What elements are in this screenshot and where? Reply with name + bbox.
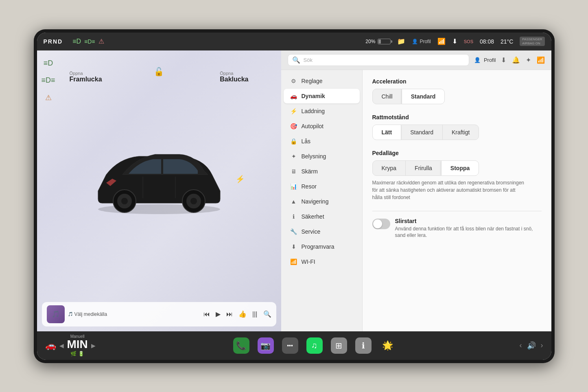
spotify-app[interactable]: ♫ <box>306 337 323 354</box>
next-track-button[interactable]: ⏭ <box>226 311 233 318</box>
search-placeholder: Sök <box>304 57 313 63</box>
menu-item-programvara[interactable]: ⬇ Programvara <box>284 239 360 254</box>
like-button[interactable]: 👍 <box>238 310 247 318</box>
menu-item-navigering[interactable]: ▲ Navigering <box>284 194 360 209</box>
autopilot-icon: 🎯 <box>290 123 297 129</box>
prev-track-button[interactable]: ⏮ <box>203 311 210 318</box>
menu-label-resor: Resor <box>302 183 317 190</box>
edge-icon: ≡D≡ <box>84 38 95 45</box>
acceleration-chill-button[interactable]: Chill <box>373 89 402 104</box>
eco-icon: 🌿 <box>70 351 77 357</box>
rattmotstand-standard-button[interactable]: Standard <box>401 125 442 140</box>
menu-item-dynamik[interactable]: 🚗 Dynamik <box>284 89 360 103</box>
settings-content: Acceleration Chill Standard Rattmotstånd… <box>363 70 551 331</box>
info-app[interactable]: ℹ <box>355 337 372 354</box>
svg-point-6 <box>190 198 197 204</box>
warning-icon: ⚠ <box>98 37 104 45</box>
dynamik-icon: 🚗 <box>290 93 297 99</box>
menu-item-service[interactable]: 🔧 Service <box>284 224 360 239</box>
prnd-display: PRND <box>44 38 63 45</box>
chevron-right-icon[interactable]: › <box>541 341 543 350</box>
dots-app[interactable]: ••• <box>282 337 298 354</box>
menu-label-belysning: Belysning <box>302 153 326 160</box>
pedalage-stoppa-button[interactable]: Stoppa <box>441 161 479 175</box>
car-taskbar-icon[interactable]: 🚗 <box>45 340 56 351</box>
menu-item-reglage[interactable]: ⚙ Reglage <box>284 74 360 88</box>
profile-top[interactable]: 👤 Profil <box>412 39 431 44</box>
volume-icon[interactable]: 🔊 <box>527 341 536 350</box>
menu-label-sakerhet: Säkerhet <box>302 213 324 220</box>
gear-right-arrow[interactable]: ▶ <box>91 342 96 349</box>
rattmotstand-latt-button[interactable]: Lätt <box>373 125 401 140</box>
download-icon[interactable]: ⬇ <box>501 56 506 64</box>
left-status-icons: ≡D ≡D≡ ⚠ <box>72 37 104 45</box>
pedalage-frirulla-button[interactable]: Frirulla <box>405 161 441 175</box>
wifi-top-icon: 📶 <box>437 37 446 45</box>
download-top-icon: ⬇ <box>452 37 457 45</box>
reglage-icon: ⚙ <box>290 78 297 84</box>
menu-item-resor[interactable]: 📊 Resor <box>284 179 360 194</box>
menu-item-skarm[interactable]: 🖥 Skärm <box>284 164 360 179</box>
menu-item-wifi[interactable]: 📶 WI-FI <box>284 254 360 269</box>
wifi-icon[interactable]: 📶 <box>537 56 545 64</box>
lights-icon: ≡D <box>72 38 81 45</box>
profile-section[interactable]: 👤 Profil <box>474 57 496 63</box>
temperature-display: 21°C <box>501 38 513 45</box>
menu-label-reglage: Reglage <box>302 78 323 84</box>
phone-app[interactable]: 📞 <box>233 337 249 354</box>
menu-label-wifi: WI-FI <box>302 258 315 265</box>
menu-item-las[interactable]: 🔒 Lås <box>284 134 360 149</box>
programvara-icon: ⬇ <box>290 243 297 250</box>
airbag-badge: PASSENGERAIRBAG ON <box>520 37 544 46</box>
top-center-icons: 📁 👤 Profil 📶 ⬇ SOS 08:08 21°C <box>397 37 513 45</box>
resor-icon: 📊 <box>290 183 297 190</box>
search-wrapper[interactable]: 🔍 Sök <box>288 54 469 66</box>
play-button[interactable]: ▶ <box>216 310 221 318</box>
search-icon: 🔍 <box>292 56 300 64</box>
search-bar: 🔍 Sök 👤 Profil ⬇ 🔔 ✦ 📶 <box>281 50 551 70</box>
taskbar: 🚗 ◀ Manuell MIN 🌿 🔋 ▶ <box>37 331 551 360</box>
sport-icon: 🔋 <box>78 351 84 357</box>
laddning-icon: ⚡ <box>290 108 297 114</box>
status-bar: PRND ≡D ≡D≡ ⚠ 20% 📁 👤 Profil 📶 ⬇ <box>37 33 551 50</box>
chevron-left-icon[interactable]: ‹ <box>520 341 522 350</box>
bell-icon[interactable]: 🔔 <box>512 56 520 64</box>
camera-app[interactable]: 📷 <box>258 337 274 354</box>
search-media-button[interactable]: 🔍 <box>263 310 271 318</box>
rattmotstand-kraftigt-button[interactable]: Kraftigt <box>442 125 479 140</box>
menu-label-autopilot: Autopilot <box>302 123 324 129</box>
equalizer-button[interactable]: ||| <box>252 311 257 318</box>
right-panel: 🔍 Sök 👤 Profil ⬇ 🔔 ✦ 📶 <box>281 50 551 331</box>
bluetooth-icon[interactable]: ✦ <box>526 56 531 64</box>
profile-person-icon: 👤 <box>474 57 481 63</box>
menu-item-sakerhet[interactable]: ℹ Säkerhet <box>284 209 360 224</box>
pedalage-krypa-button[interactable]: Krypa <box>373 161 406 175</box>
svg-point-3 <box>121 198 128 204</box>
las-icon: 🔒 <box>290 138 297 145</box>
media-bar: 🎵 🎵 Välj mediekälla ⏮ ▶ ⏭ 👍 ||| 🔍 <box>42 302 276 326</box>
pedalage-title: Pedalläge <box>372 150 542 156</box>
gear-left-arrow[interactable]: ◀ <box>59 342 64 349</box>
media-info: 🎵 Välj mediekälla <box>68 311 201 317</box>
navigering-icon: ▲ <box>290 198 297 205</box>
spotify-icon: ♫ <box>311 341 317 350</box>
service-icon: 🔧 <box>290 228 297 235</box>
wifi-menu-icon: 📶 <box>290 258 297 265</box>
battery-fill <box>378 39 381 44</box>
acceleration-standard-button[interactable]: Standard <box>402 89 445 104</box>
left-panel: ≡D ≡D≡ ⚠ Öppna Framlucka Öppna Baklucka … <box>37 50 281 331</box>
menu-item-laddning[interactable]: ⚡ Laddning <box>284 104 360 118</box>
calc-app[interactable]: ⊞ <box>331 337 347 354</box>
acceleration-section: Acceleration Chill Standard <box>372 78 542 104</box>
time-display: 08:08 <box>480 38 494 45</box>
slirstart-toggle[interactable] <box>372 219 390 229</box>
car-image <box>82 134 236 215</box>
gear-selector: ◀ Manuell MIN 🌿 🔋 ▶ <box>59 334 96 357</box>
menu-item-autopilot[interactable]: 🎯 Autopilot <box>284 119 360 134</box>
acceleration-btn-group: Chill Standard <box>372 89 445 104</box>
battery-percent: 20% <box>365 39 375 44</box>
multi-app[interactable]: 🌟 <box>380 337 396 354</box>
dots-icon: ••• <box>287 342 293 349</box>
battery-section: 20% <box>365 39 391 44</box>
menu-item-belysning[interactable]: ✦ Belysning <box>284 149 360 164</box>
